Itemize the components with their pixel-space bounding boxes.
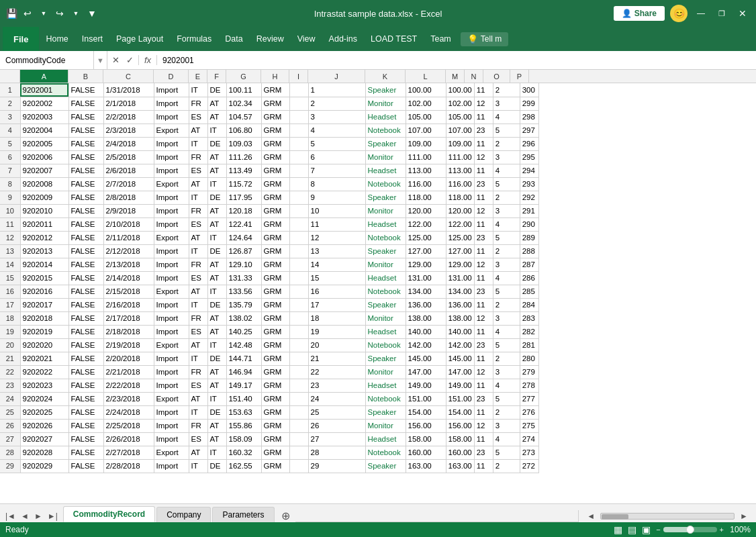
cell[interactable]: FALSE xyxy=(68,338,103,352)
cell[interactable]: 11 xyxy=(474,298,493,311)
cell[interactable]: GRM xyxy=(261,177,289,191)
cell[interactable]: 23 xyxy=(474,446,493,459)
cell[interactable]: GRM xyxy=(261,124,289,137)
cell[interactable]: AT xyxy=(189,231,207,244)
cell[interactable]: 102.00 xyxy=(446,97,474,110)
cell[interactable]: 160.00 xyxy=(446,446,474,459)
cell[interactable]: 9202015 xyxy=(20,271,68,285)
menu-formulas[interactable]: Formulas xyxy=(170,30,218,48)
table-row[interactable]: 139202013FALSE2/12/2018ImportITDE126.87G… xyxy=(0,244,538,258)
cell[interactable]: FALSE xyxy=(68,311,103,325)
cell[interactable]: 105.00 xyxy=(406,110,446,124)
cell[interactable]: FR xyxy=(189,365,207,379)
cell[interactable]: FALSE xyxy=(68,137,103,150)
cell[interactable]: 274 xyxy=(520,432,538,446)
cell[interactable]: 7 xyxy=(308,164,365,177)
cell[interactable]: AT xyxy=(207,311,226,325)
cell[interactable]: Import xyxy=(154,191,189,204)
cell[interactable]: IT xyxy=(189,459,207,473)
cell[interactable]: Import xyxy=(154,432,189,446)
cell[interactable]: 118.00 xyxy=(406,191,446,204)
cell[interactable]: 284 xyxy=(520,298,538,311)
cell[interactable]: 125.00 xyxy=(446,231,474,244)
cell[interactable]: 9202011 xyxy=(20,217,68,231)
cell[interactable]: DE xyxy=(207,191,226,204)
cell[interactable]: 2/18/2018 xyxy=(103,325,154,338)
cell[interactable]: Notebook xyxy=(365,124,406,137)
zoom-out-button[interactable]: − xyxy=(656,526,660,534)
cell[interactable] xyxy=(289,459,308,473)
cell[interactable]: IT xyxy=(207,285,226,298)
cell[interactable] xyxy=(289,392,308,405)
col-header-f[interactable]: F xyxy=(207,70,226,83)
table-row[interactable]: 279202027FALSE2/26/2018ImportESAT158.09G… xyxy=(0,432,538,446)
cell[interactable] xyxy=(289,191,308,204)
horizontal-scrollbar[interactable] xyxy=(600,513,735,520)
cell[interactable]: Import xyxy=(154,459,189,473)
table-row[interactable]: 49202004FALSE2/3/2018ExportATIT106.80GRM… xyxy=(0,124,538,137)
cell[interactable]: 11 xyxy=(474,244,493,258)
cell[interactable]: 285 xyxy=(520,285,538,298)
cell[interactable]: AT xyxy=(207,150,226,164)
cell[interactable]: 9202004 xyxy=(20,124,68,137)
cell[interactable]: 2/17/2018 xyxy=(103,311,154,325)
col-header-h[interactable]: H xyxy=(261,70,289,83)
col-header-n[interactable]: N xyxy=(465,70,483,83)
cell[interactable] xyxy=(289,204,308,217)
cell[interactable]: Headset xyxy=(365,325,406,338)
cell[interactable]: 12 xyxy=(474,419,493,432)
cell[interactable]: 20 xyxy=(308,338,365,352)
cell[interactable]: 23 xyxy=(474,285,493,298)
cell[interactable]: IT xyxy=(207,177,226,191)
cell[interactable]: Monitor xyxy=(365,419,406,432)
cell[interactable]: Export xyxy=(154,392,189,405)
cell[interactable]: 2/6/2018 xyxy=(103,164,154,177)
cell[interactable]: 100.00 xyxy=(406,83,446,97)
cell[interactable]: GRM xyxy=(261,392,289,405)
cell[interactable]: Speaker xyxy=(365,352,406,365)
cell[interactable]: 107.00 xyxy=(406,124,446,137)
table-row[interactable]: 39202003FALSE2/2/2018ImportESAT104.57GRM… xyxy=(0,110,538,124)
cell[interactable]: 15 xyxy=(308,271,365,285)
menu-load-test[interactable]: LOAD TEST xyxy=(364,30,424,48)
cell[interactable]: FALSE xyxy=(68,244,103,258)
tab-first-button[interactable]: |◄ xyxy=(3,510,18,522)
cell[interactable]: 100.11 xyxy=(226,83,261,97)
cell[interactable]: 11 xyxy=(474,164,493,177)
cell[interactable]: 147.00 xyxy=(446,365,474,379)
cell[interactable]: FALSE xyxy=(68,83,103,97)
name-box[interactable] xyxy=(0,51,94,69)
cell[interactable]: 276 xyxy=(520,405,538,419)
cell[interactable]: 3 xyxy=(493,419,520,432)
cell[interactable]: 2 xyxy=(493,244,520,258)
cell[interactable]: 127.00 xyxy=(446,244,474,258)
cell[interactable]: 289 xyxy=(520,231,538,244)
cancel-formula-button[interactable]: ✕ xyxy=(110,55,122,65)
col-header-c[interactable]: C xyxy=(103,70,154,83)
cell[interactable]: Export xyxy=(154,231,189,244)
cell[interactable]: Import xyxy=(154,83,189,97)
cell[interactable]: AT xyxy=(189,124,207,137)
cell[interactable]: FALSE xyxy=(68,459,103,473)
cell[interactable]: 4 xyxy=(493,217,520,231)
cell[interactable]: 28 xyxy=(308,446,365,459)
col-header-b[interactable]: B xyxy=(68,70,103,83)
cell[interactable]: 9202005 xyxy=(20,137,68,150)
cell[interactable]: 294 xyxy=(520,164,538,177)
table-row[interactable]: 99202009FALSE2/8/2018ImportITDE117.95GRM… xyxy=(0,191,538,204)
cell[interactable]: 158.00 xyxy=(446,432,474,446)
cell[interactable]: 9202009 xyxy=(20,191,68,204)
cell[interactable]: 2/2/2018 xyxy=(103,110,154,124)
cell[interactable]: 2 xyxy=(493,191,520,204)
cell[interactable]: Import xyxy=(154,419,189,432)
cell[interactable]: 12 xyxy=(474,97,493,110)
cell[interactable]: 131.33 xyxy=(226,271,261,285)
table-row[interactable]: 179202017FALSE2/16/2018ImportITDE135.79G… xyxy=(0,298,538,311)
cell[interactable]: 5 xyxy=(493,338,520,352)
cell[interactable]: 111.00 xyxy=(406,150,446,164)
cell[interactable]: GRM xyxy=(261,191,289,204)
cell[interactable]: 2 xyxy=(493,459,520,473)
cell[interactable]: 120.00 xyxy=(406,204,446,217)
cell[interactable]: 124.64 xyxy=(226,231,261,244)
menu-page-layout[interactable]: Page Layout xyxy=(109,30,170,48)
